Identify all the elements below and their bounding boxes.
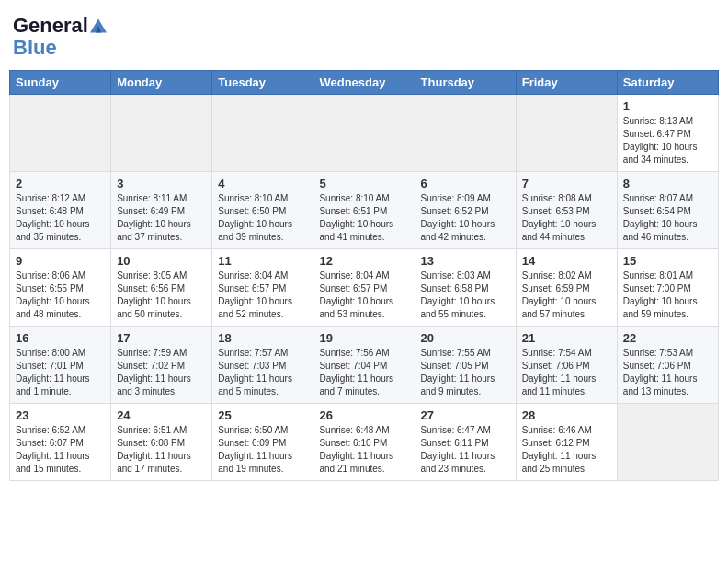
calendar-cell <box>516 95 617 172</box>
calendar-week-1: 1Sunrise: 8:13 AM Sunset: 6:47 PM Daylig… <box>10 95 719 172</box>
day-number: 21 <box>522 331 611 345</box>
calendar-cell: 11Sunrise: 8:04 AM Sunset: 6:57 PM Dayli… <box>212 249 313 327</box>
calendar-table: SundayMondayTuesdayWednesdayThursdayFrid… <box>9 70 719 481</box>
calendar-cell: 8Sunrise: 8:07 AM Sunset: 6:54 PM Daylig… <box>617 172 718 249</box>
calendar-week-3: 9Sunrise: 8:06 AM Sunset: 6:55 PM Daylig… <box>10 249 719 327</box>
calendar-cell: 4Sunrise: 8:10 AM Sunset: 6:50 PM Daylig… <box>212 172 313 249</box>
day-number: 2 <box>16 177 105 190</box>
day-number: 12 <box>319 254 408 268</box>
day-info-text: Sunrise: 7:59 AM Sunset: 7:02 PM Dayligh… <box>117 347 206 398</box>
weekday-header-wednesday: Wednesday <box>313 71 415 95</box>
day-info-text: Sunrise: 8:13 AM Sunset: 6:47 PM Dayligh… <box>623 115 712 167</box>
calendar-cell: 13Sunrise: 8:03 AM Sunset: 6:58 PM Dayli… <box>415 249 516 327</box>
calendar-cell: 5Sunrise: 8:10 AM Sunset: 6:51 PM Daylig… <box>313 172 415 249</box>
weekday-header-tuesday: Tuesday <box>212 71 313 95</box>
day-info-text: Sunrise: 6:51 AM Sunset: 6:08 PM Dayligh… <box>117 424 206 476</box>
calendar-cell: 22Sunrise: 7:53 AM Sunset: 7:06 PM Dayli… <box>617 327 718 404</box>
logo-text-line1: General <box>13 15 88 37</box>
day-info-text: Sunrise: 8:09 AM Sunset: 6:52 PM Dayligh… <box>421 192 510 244</box>
day-info-text: Sunrise: 8:06 AM Sunset: 6:55 PM Dayligh… <box>16 270 105 321</box>
day-info-text: Sunrise: 6:52 AM Sunset: 6:07 PM Dayligh… <box>16 424 105 476</box>
calendar-week-5: 23Sunrise: 6:52 AM Sunset: 6:07 PM Dayli… <box>10 404 719 481</box>
day-number: 16 <box>16 331 105 345</box>
calendar-cell: 15Sunrise: 8:01 AM Sunset: 7:00 PM Dayli… <box>617 249 718 327</box>
calendar-cell: 23Sunrise: 6:52 AM Sunset: 6:07 PM Dayli… <box>10 404 111 481</box>
calendar-cell: 10Sunrise: 8:05 AM Sunset: 6:56 PM Dayli… <box>111 249 212 327</box>
day-info-text: Sunrise: 8:01 AM Sunset: 7:00 PM Dayligh… <box>623 270 712 321</box>
day-number: 19 <box>319 331 408 345</box>
day-info-text: Sunrise: 6:47 AM Sunset: 6:11 PM Dayligh… <box>421 424 510 476</box>
day-number: 15 <box>623 254 712 268</box>
calendar-cell <box>212 95 313 172</box>
day-info-text: Sunrise: 8:04 AM Sunset: 6:57 PM Dayligh… <box>218 270 307 321</box>
day-info-text: Sunrise: 8:00 AM Sunset: 7:01 PM Dayligh… <box>16 347 105 398</box>
day-number: 3 <box>117 177 206 190</box>
day-number: 8 <box>623 177 712 190</box>
weekday-header-sunday: Sunday <box>10 71 111 95</box>
calendar-cell: 7Sunrise: 8:08 AM Sunset: 6:53 PM Daylig… <box>516 172 617 249</box>
calendar-cell: 6Sunrise: 8:09 AM Sunset: 6:52 PM Daylig… <box>415 172 516 249</box>
day-info-text: Sunrise: 8:02 AM Sunset: 6:59 PM Dayligh… <box>522 270 611 321</box>
calendar-cell: 24Sunrise: 6:51 AM Sunset: 6:08 PM Dayli… <box>111 404 212 481</box>
calendar-cell: 19Sunrise: 7:56 AM Sunset: 7:04 PM Dayli… <box>313 327 415 404</box>
day-number: 18 <box>218 331 307 345</box>
day-number: 1 <box>623 99 712 113</box>
day-info-text: Sunrise: 7:55 AM Sunset: 7:05 PM Dayligh… <box>421 347 510 398</box>
day-info-text: Sunrise: 6:48 AM Sunset: 6:10 PM Dayligh… <box>319 424 408 476</box>
calendar-cell: 25Sunrise: 6:50 AM Sunset: 6:09 PM Dayli… <box>212 404 313 481</box>
day-number: 4 <box>218 177 307 190</box>
day-number: 14 <box>522 254 611 268</box>
day-number: 28 <box>522 408 611 422</box>
calendar-cell <box>10 95 111 172</box>
day-info-text: Sunrise: 6:46 AM Sunset: 6:12 PM Dayligh… <box>522 424 611 476</box>
day-number: 24 <box>117 408 206 422</box>
day-info-text: Sunrise: 8:08 AM Sunset: 6:53 PM Dayligh… <box>522 192 611 244</box>
day-number: 5 <box>319 177 408 190</box>
day-info-text: Sunrise: 7:56 AM Sunset: 7:04 PM Dayligh… <box>319 347 408 398</box>
calendar-cell: 28Sunrise: 6:46 AM Sunset: 6:12 PM Dayli… <box>516 404 617 481</box>
day-number: 11 <box>218 254 307 268</box>
calendar-cell: 2Sunrise: 8:12 AM Sunset: 6:48 PM Daylig… <box>10 172 111 249</box>
day-number: 22 <box>623 331 712 345</box>
calendar-cell: 27Sunrise: 6:47 AM Sunset: 6:11 PM Dayli… <box>415 404 516 481</box>
day-info-text: Sunrise: 6:50 AM Sunset: 6:09 PM Dayligh… <box>218 424 307 476</box>
calendar-cell: 12Sunrise: 8:04 AM Sunset: 6:57 PM Dayli… <box>313 249 415 327</box>
calendar-cell: 14Sunrise: 8:02 AM Sunset: 6:59 PM Dayli… <box>516 249 617 327</box>
calendar-cell: 21Sunrise: 7:54 AM Sunset: 7:06 PM Dayli… <box>516 327 617 404</box>
day-info-text: Sunrise: 8:04 AM Sunset: 6:57 PM Dayligh… <box>319 270 408 321</box>
calendar-cell: 3Sunrise: 8:11 AM Sunset: 6:49 PM Daylig… <box>111 172 212 249</box>
day-info-text: Sunrise: 7:57 AM Sunset: 7:03 PM Dayligh… <box>218 347 307 398</box>
weekday-header-monday: Monday <box>111 71 212 95</box>
calendar-cell: 17Sunrise: 7:59 AM Sunset: 7:02 PM Dayli… <box>111 327 212 404</box>
calendar-week-2: 2Sunrise: 8:12 AM Sunset: 6:48 PM Daylig… <box>10 172 719 249</box>
weekday-header-thursday: Thursday <box>415 71 516 95</box>
weekday-header-friday: Friday <box>516 71 617 95</box>
calendar-week-4: 16Sunrise: 8:00 AM Sunset: 7:01 PM Dayli… <box>10 327 719 404</box>
day-info-text: Sunrise: 8:07 AM Sunset: 6:54 PM Dayligh… <box>623 192 712 244</box>
weekday-header-row: SundayMondayTuesdayWednesdayThursdayFrid… <box>10 71 719 95</box>
calendar-cell: 9Sunrise: 8:06 AM Sunset: 6:55 PM Daylig… <box>10 249 111 327</box>
day-number: 26 <box>319 408 408 422</box>
day-number: 25 <box>218 408 307 422</box>
day-number: 13 <box>421 254 510 268</box>
day-info-text: Sunrise: 8:03 AM Sunset: 6:58 PM Dayligh… <box>421 270 510 321</box>
day-number: 20 <box>421 331 510 345</box>
page-header: General Blue <box>9 9 719 64</box>
day-info-text: Sunrise: 8:11 AM Sunset: 6:49 PM Dayligh… <box>117 192 206 244</box>
calendar-cell <box>617 404 718 481</box>
day-info-text: Sunrise: 8:12 AM Sunset: 6:48 PM Dayligh… <box>16 192 105 244</box>
calendar-cell: 16Sunrise: 8:00 AM Sunset: 7:01 PM Dayli… <box>10 327 111 404</box>
day-info-text: Sunrise: 7:53 AM Sunset: 7:06 PM Dayligh… <box>623 347 712 398</box>
logo-text-line2: Blue <box>13 36 57 59</box>
calendar-cell <box>111 95 212 172</box>
day-number: 17 <box>117 331 206 345</box>
day-info-text: Sunrise: 8:05 AM Sunset: 6:56 PM Dayligh… <box>117 270 206 321</box>
day-number: 7 <box>522 177 611 190</box>
day-info-text: Sunrise: 8:10 AM Sunset: 6:50 PM Dayligh… <box>218 192 307 244</box>
logo-icon <box>90 17 107 34</box>
calendar-cell: 18Sunrise: 7:57 AM Sunset: 7:03 PM Dayli… <box>212 327 313 404</box>
calendar-cell: 1Sunrise: 8:13 AM Sunset: 6:47 PM Daylig… <box>617 95 718 172</box>
day-info-text: Sunrise: 8:10 AM Sunset: 6:51 PM Dayligh… <box>319 192 408 244</box>
calendar-cell <box>313 95 415 172</box>
weekday-header-saturday: Saturday <box>617 71 718 95</box>
